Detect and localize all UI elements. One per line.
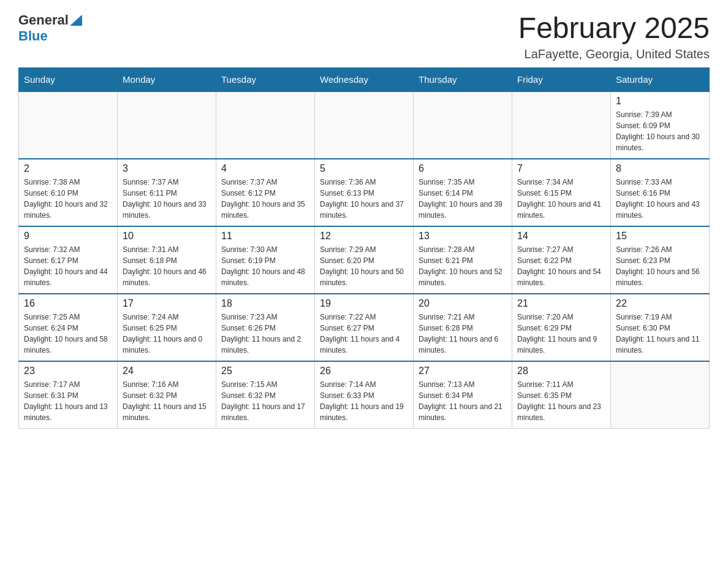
calendar-cell: 4Sunrise: 7:37 AMSunset: 6:12 PMDaylight… [216, 159, 315, 226]
day-info: Sunrise: 7:11 AMSunset: 6:35 PMDaylight:… [517, 379, 605, 423]
day-info: Sunrise: 7:38 AMSunset: 6:10 PMDaylight:… [24, 177, 112, 221]
day-number: 24 [123, 366, 211, 377]
calendar-cell: 5Sunrise: 7:36 AMSunset: 6:13 PMDaylight… [315, 159, 414, 226]
day-info: Sunrise: 7:22 AMSunset: 6:27 PMDaylight:… [320, 312, 408, 356]
svg-marker-0 [70, 15, 82, 26]
day-number: 28 [517, 366, 605, 377]
title-area: February 2025 LaFayette, Georgia, United… [518, 12, 710, 61]
day-number: 7 [517, 163, 605, 174]
calendar-cell [315, 91, 414, 159]
calendar-cell: 25Sunrise: 7:15 AMSunset: 6:32 PMDayligh… [216, 361, 315, 429]
day-info: Sunrise: 7:20 AMSunset: 6:29 PMDaylight:… [517, 312, 605, 356]
col-thursday: Thursday [414, 67, 512, 91]
calendar-cell: 14Sunrise: 7:27 AMSunset: 6:22 PMDayligh… [512, 226, 611, 294]
day-number: 5 [320, 163, 408, 174]
day-number: 20 [419, 298, 507, 309]
day-info: Sunrise: 7:27 AMSunset: 6:22 PMDaylight:… [517, 244, 605, 288]
day-number: 10 [123, 231, 211, 242]
calendar-cell: 26Sunrise: 7:14 AMSunset: 6:33 PMDayligh… [315, 361, 414, 429]
col-friday: Friday [512, 67, 611, 91]
day-info: Sunrise: 7:24 AMSunset: 6:25 PMDaylight:… [123, 312, 211, 356]
day-number: 13 [419, 231, 507, 242]
day-number: 8 [616, 163, 704, 174]
calendar-cell: 18Sunrise: 7:23 AMSunset: 6:26 PMDayligh… [216, 294, 315, 361]
col-wednesday: Wednesday [315, 67, 414, 91]
calendar-cell: 23Sunrise: 7:17 AMSunset: 6:31 PMDayligh… [19, 361, 118, 429]
day-info: Sunrise: 7:31 AMSunset: 6:18 PMDaylight:… [123, 244, 211, 288]
col-saturday: Saturday [611, 67, 710, 91]
location-subtitle: LaFayette, Georgia, United States [518, 47, 710, 61]
day-number: 23 [24, 366, 112, 377]
days-of-week-row: Sunday Monday Tuesday Wednesday Thursday… [19, 67, 710, 91]
day-info: Sunrise: 7:16 AMSunset: 6:32 PMDaylight:… [123, 379, 211, 423]
calendar-cell: 12Sunrise: 7:29 AMSunset: 6:20 PMDayligh… [315, 226, 414, 294]
logo-blue-text: Blue [18, 28, 48, 44]
day-number: 15 [616, 231, 704, 242]
day-info: Sunrise: 7:17 AMSunset: 6:31 PMDaylight:… [24, 379, 112, 423]
calendar-cell: 20Sunrise: 7:21 AMSunset: 6:28 PMDayligh… [414, 294, 512, 361]
day-info: Sunrise: 7:39 AMSunset: 6:09 PMDaylight:… [616, 109, 704, 153]
calendar-cell: 2Sunrise: 7:38 AMSunset: 6:10 PMDaylight… [19, 159, 118, 226]
calendar-cell [216, 91, 315, 159]
calendar-cell: 22Sunrise: 7:19 AMSunset: 6:30 PMDayligh… [611, 294, 710, 361]
day-number: 27 [419, 366, 507, 377]
calendar-cell [19, 91, 118, 159]
calendar-cell: 1Sunrise: 7:39 AMSunset: 6:09 PMDaylight… [611, 91, 710, 159]
day-info: Sunrise: 7:15 AMSunset: 6:32 PMDaylight:… [221, 379, 309, 423]
day-info: Sunrise: 7:33 AMSunset: 6:16 PMDaylight:… [616, 177, 704, 221]
col-sunday: Sunday [19, 67, 118, 91]
calendar-cell: 7Sunrise: 7:34 AMSunset: 6:15 PMDaylight… [512, 159, 611, 226]
day-number: 19 [320, 298, 408, 309]
day-number: 4 [221, 163, 309, 174]
day-number: 17 [123, 298, 211, 309]
day-info: Sunrise: 7:23 AMSunset: 6:26 PMDaylight:… [221, 312, 309, 356]
day-number: 6 [419, 163, 507, 174]
day-info: Sunrise: 7:37 AMSunset: 6:11 PMDaylight:… [123, 177, 211, 221]
calendar-cell: 13Sunrise: 7:28 AMSunset: 6:21 PMDayligh… [414, 226, 512, 294]
day-info: Sunrise: 7:19 AMSunset: 6:30 PMDaylight:… [616, 312, 704, 356]
calendar-cell: 28Sunrise: 7:11 AMSunset: 6:35 PMDayligh… [512, 361, 611, 429]
day-number: 3 [123, 163, 211, 174]
col-tuesday: Tuesday [216, 67, 315, 91]
calendar-cell: 17Sunrise: 7:24 AMSunset: 6:25 PMDayligh… [118, 294, 216, 361]
month-title: February 2025 [518, 12, 710, 45]
calendar-cell: 3Sunrise: 7:37 AMSunset: 6:11 PMDaylight… [118, 159, 216, 226]
day-info: Sunrise: 7:26 AMSunset: 6:23 PMDaylight:… [616, 244, 704, 288]
calendar-cell: 27Sunrise: 7:13 AMSunset: 6:34 PMDayligh… [414, 361, 512, 429]
week-row-4: 16Sunrise: 7:25 AMSunset: 6:24 PMDayligh… [19, 294, 710, 361]
calendar-cell: 15Sunrise: 7:26 AMSunset: 6:23 PMDayligh… [611, 226, 710, 294]
calendar-cell: 9Sunrise: 7:32 AMSunset: 6:17 PMDaylight… [19, 226, 118, 294]
calendar-cell [118, 91, 216, 159]
col-monday: Monday [118, 67, 216, 91]
day-number: 18 [221, 298, 309, 309]
calendar-cell: 16Sunrise: 7:25 AMSunset: 6:24 PMDayligh… [19, 294, 118, 361]
day-number: 21 [517, 298, 605, 309]
day-number: 1 [616, 96, 704, 107]
day-number: 16 [24, 298, 112, 309]
day-number: 11 [221, 231, 309, 242]
day-info: Sunrise: 7:37 AMSunset: 6:12 PMDaylight:… [221, 177, 309, 221]
day-info: Sunrise: 7:36 AMSunset: 6:13 PMDaylight:… [320, 177, 408, 221]
day-number: 12 [320, 231, 408, 242]
calendar-cell: 21Sunrise: 7:20 AMSunset: 6:29 PMDayligh… [512, 294, 611, 361]
day-info: Sunrise: 7:32 AMSunset: 6:17 PMDaylight:… [24, 244, 112, 288]
day-info: Sunrise: 7:34 AMSunset: 6:15 PMDaylight:… [517, 177, 605, 221]
day-info: Sunrise: 7:35 AMSunset: 6:14 PMDaylight:… [419, 177, 507, 221]
page-header: General Blue February 2025 LaFayette, Ge… [18, 12, 710, 61]
day-number: 22 [616, 298, 704, 309]
day-info: Sunrise: 7:14 AMSunset: 6:33 PMDaylight:… [320, 379, 408, 423]
calendar-cell: 24Sunrise: 7:16 AMSunset: 6:32 PMDayligh… [118, 361, 216, 429]
day-info: Sunrise: 7:21 AMSunset: 6:28 PMDaylight:… [419, 312, 507, 356]
calendar-cell: 10Sunrise: 7:31 AMSunset: 6:18 PMDayligh… [118, 226, 216, 294]
week-row-1: 1Sunrise: 7:39 AMSunset: 6:09 PMDaylight… [19, 91, 710, 159]
day-info: Sunrise: 7:25 AMSunset: 6:24 PMDaylight:… [24, 312, 112, 356]
week-row-5: 23Sunrise: 7:17 AMSunset: 6:31 PMDayligh… [19, 361, 710, 429]
day-info: Sunrise: 7:29 AMSunset: 6:20 PMDaylight:… [320, 244, 408, 288]
day-info: Sunrise: 7:13 AMSunset: 6:34 PMDaylight:… [419, 379, 507, 423]
day-number: 26 [320, 366, 408, 377]
logo: General Blue [18, 12, 82, 44]
day-info: Sunrise: 7:30 AMSunset: 6:19 PMDaylight:… [221, 244, 309, 288]
calendar-cell: 6Sunrise: 7:35 AMSunset: 6:14 PMDaylight… [414, 159, 512, 226]
week-row-2: 2Sunrise: 7:38 AMSunset: 6:10 PMDaylight… [19, 159, 710, 226]
calendar-cell: 11Sunrise: 7:30 AMSunset: 6:19 PMDayligh… [216, 226, 315, 294]
